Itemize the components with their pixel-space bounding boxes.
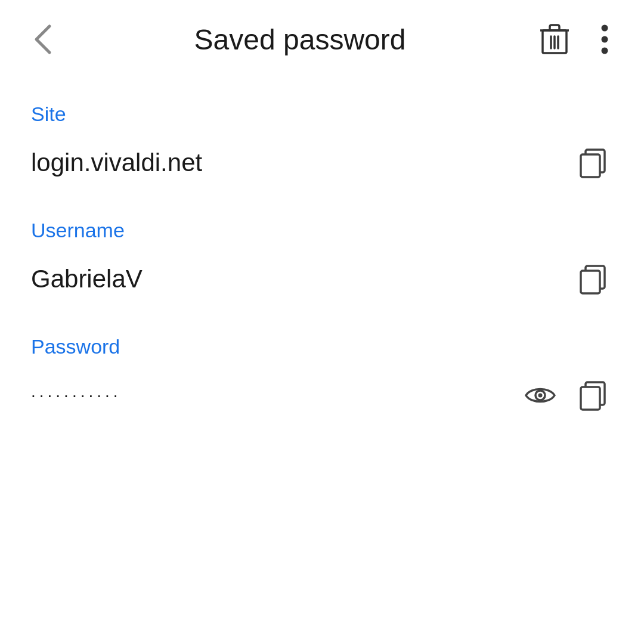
password-value: ··········· — [31, 386, 520, 405]
password-actions — [520, 375, 613, 416]
site-row: login.vivaldi.net — [31, 143, 613, 183]
header-actions — [537, 21, 623, 57]
more-options-button[interactable] — [587, 21, 623, 57]
back-button[interactable] — [21, 18, 63, 60]
header: Saved password — [0, 0, 644, 79]
copy-username-button[interactable] — [572, 259, 613, 299]
svg-rect-8 — [581, 154, 600, 177]
svg-point-12 — [538, 394, 543, 398]
copy-site-button[interactable] — [572, 143, 613, 183]
svg-point-5 — [602, 36, 608, 43]
delete-button[interactable] — [537, 21, 572, 57]
site-label: Site — [31, 103, 613, 126]
username-value: GabrielaV — [31, 265, 572, 293]
content: Site login.vivaldi.net Username Gabriela… — [0, 79, 644, 416]
page-title: Saved password — [63, 23, 537, 56]
site-section: Site login.vivaldi.net — [31, 103, 613, 183]
username-label: Username — [31, 219, 613, 242]
site-value: login.vivaldi.net — [31, 148, 572, 177]
svg-point-6 — [602, 48, 608, 54]
svg-rect-10 — [581, 271, 600, 293]
copy-password-button[interactable] — [572, 375, 613, 416]
password-row: ··········· — [31, 375, 613, 416]
username-section: Username GabrielaV — [31, 219, 613, 299]
username-row: GabrielaV — [31, 259, 613, 299]
password-section: Password ··········· — [31, 335, 613, 416]
password-label: Password — [31, 335, 613, 358]
show-password-button[interactable] — [520, 375, 561, 416]
svg-rect-14 — [581, 387, 600, 410]
svg-point-4 — [602, 25, 608, 32]
